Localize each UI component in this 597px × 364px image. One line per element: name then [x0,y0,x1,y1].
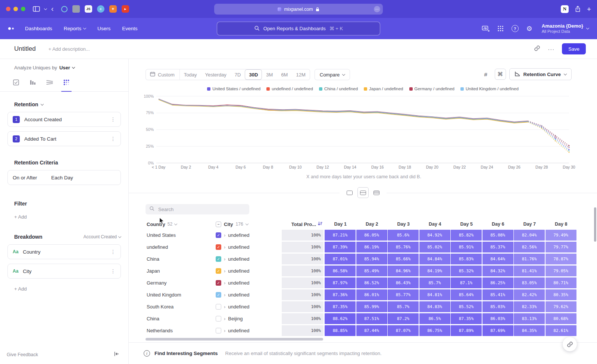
retention-cell[interactable]: 87.97% [325,277,356,288]
legend-item[interactable]: United Kingdom / undefined [460,87,519,91]
date-range-yesterday[interactable]: Yesterday [201,69,231,80]
density-compact-button[interactable] [344,187,355,198]
density-table-button[interactable] [371,187,382,198]
retention-cell[interactable]: 85.6% [388,230,419,241]
kebab-menu-icon[interactable]: ⋮ [110,136,116,142]
new-tab-icon[interactable]: + [587,6,591,13]
share-icon[interactable] [575,6,581,12]
minimize-window-button[interactable] [13,7,18,11]
day-column-header[interactable]: Day 7 [514,222,546,227]
expand-chevron-icon[interactable]: › [224,304,225,309]
retention-cell[interactable]: 85.37% [482,242,513,252]
retention-cell[interactable]: 86.43% [388,277,419,288]
date-range-7d[interactable]: 7D [231,69,245,80]
retention-cell[interactable]: 82.33% [514,301,545,312]
expand-chevron-icon[interactable]: › [224,257,225,261]
retention-cell[interactable]: 86.19% [356,242,387,252]
retention-cell[interactable]: 81.76% [514,254,545,264]
sidebar-toggle-icon[interactable] [33,6,40,12]
extension-icon[interactable]: c [97,5,104,13]
tab-funnels[interactable] [29,79,37,86]
date-range-12m[interactable]: 12M [292,69,309,80]
retention-cell[interactable]: 87.39% [325,242,356,252]
criteria-condition[interactable]: On or After [13,175,37,181]
retention-cell[interactable]: 87.01% [325,254,356,264]
criteria-interval[interactable]: Each Day [51,175,73,181]
retention-cell[interactable]: 87.35% [325,301,356,312]
expand-chevron-icon[interactable]: › [224,233,225,238]
row-checkbox[interactable]: ✓ [216,280,221,286]
row-checkbox[interactable]: ✓ [216,256,221,262]
retention-cell[interactable]: 80.68% [546,313,576,324]
expand-chevron-icon[interactable]: › [224,328,225,333]
retention-cell[interactable]: 86.25% [482,277,513,288]
row-checkbox[interactable] [216,328,221,333]
table-search-input[interactable] [157,206,240,213]
retention-cell[interactable]: 80.35% [546,289,576,300]
nav-dashboards[interactable]: Dashboards [25,26,52,31]
retention-cell[interactable]: 87.35% [451,313,482,324]
retention-cell[interactable]: 85.82% [451,230,482,241]
report-title[interactable]: Untitled [14,45,36,53]
retention-cell[interactable]: 87.69% [482,325,513,336]
retention-cell[interactable]: 85.7% [419,277,450,288]
collapse-sidebar-icon[interactable] [113,351,119,358]
retention-cell[interactable]: 88.85% [325,325,356,336]
compare-button[interactable]: Compare [315,69,350,80]
retention-cell[interactable]: 85.94% [356,254,387,264]
mixpanel-logo-icon[interactable] [8,27,14,30]
retention-cell[interactable]: 79.62% [546,301,576,312]
copy-link-icon[interactable] [534,45,540,53]
retention-cell[interactable]: 84.96% [388,266,419,276]
retention-cell[interactable]: 85.41% [482,289,513,300]
retention-step-card[interactable]: 2Added To Cart⋮ [7,131,121,146]
zoom-window-button[interactable] [21,7,25,11]
day-column-header[interactable]: Day 6 [482,222,514,227]
tab-flows[interactable] [46,79,54,86]
retention-cell[interactable]: 86.58% [325,266,356,276]
retention-criteria-card[interactable]: On or After Each Day [7,170,121,185]
legend-item[interactable]: undefined / undefined [266,87,313,91]
legend-item[interactable]: China / undefined [319,87,358,91]
shortcuts-icon-button[interactable]: ⌘ [495,69,506,80]
horizontal-scrollbar[interactable] [146,338,323,341]
nav-events[interactable]: Events [122,26,137,31]
retention-cell[interactable]: 87.44% [356,325,387,336]
row-checkbox[interactable]: ✓ [216,244,221,250]
day-column-header[interactable]: Day 5 [451,222,482,227]
retention-cell[interactable]: 78.87% [546,254,576,264]
more-options-icon[interactable]: ··· [548,46,554,52]
data-management-icon[interactable] [482,25,490,32]
retention-cell[interactable]: 83.13% [514,313,545,324]
country-column-header[interactable]: Country 52 [146,222,216,227]
close-window-button[interactable] [6,7,10,11]
breakdown-card[interactable]: AaCity⋮ [7,264,121,279]
tab-insights[interactable] [12,79,20,86]
extension-icon[interactable]: JS [85,5,92,13]
retention-cell[interactable]: 82.04% [514,230,545,241]
retention-cell[interactable]: 84.81% [419,289,450,300]
retention-cell[interactable]: 79.49% [546,230,576,241]
retention-cell[interactable]: 85.32% [451,266,482,276]
retention-cell[interactable]: 85.02% [419,242,450,252]
url-more-icon[interactable]: ⋯ [374,6,380,12]
retention-cell[interactable]: 80.71% [546,277,576,288]
project-selector[interactable]: Amazonia {Demo} All Project Data [542,23,589,34]
save-button[interactable]: Save [562,43,586,54]
date-range-today[interactable]: Today [180,69,201,80]
day-column-header[interactable]: Day 1 [325,222,356,227]
retention-cell[interactable]: 84.83% [419,301,450,312]
retention-cell[interactable]: 79.77% [546,242,576,252]
nav-users[interactable]: Users [97,26,110,31]
retention-cell[interactable]: 87.36% [325,289,356,300]
retention-step-card[interactable]: 1Account Created⋮ [7,112,121,127]
add-breakdown-button[interactable]: + Add [14,286,128,292]
retention-cell[interactable]: 87.89% [451,325,482,336]
retention-cell[interactable]: 85.64% [451,289,482,300]
retention-cell[interactable]: 85.7% [388,301,419,312]
retention-cell[interactable]: 85.76% [388,242,419,252]
retention-cell[interactable]: 82.42% [514,289,545,300]
retention-cell[interactable]: 84.32% [482,266,513,276]
row-checkbox[interactable] [216,316,221,321]
nav-reports[interactable]: Reports [64,26,86,31]
